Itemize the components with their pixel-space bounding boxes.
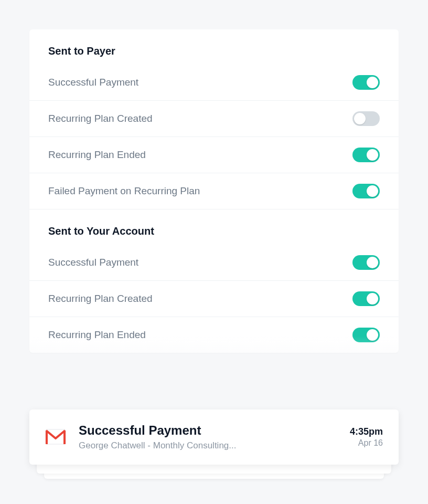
email-preview-stack: Successful Payment George Chatwell - Mon… xyxy=(29,410,399,465)
section-title-sent-to-payer: Sent to Payer xyxy=(29,29,399,65)
setting-row-payer-recurring-created: Recurring Plan Created xyxy=(29,101,399,137)
setting-row-payer-successful-payment: Successful Payment xyxy=(29,65,399,101)
email-title: Successful Payment xyxy=(79,423,341,438)
setting-row-account-successful-payment: Successful Payment xyxy=(29,245,399,281)
email-date: Apr 16 xyxy=(350,438,383,448)
toggle-account-recurring-ended[interactable] xyxy=(352,328,380,342)
section-title-sent-to-account: Sent to Your Account xyxy=(29,209,399,245)
svg-rect-1 xyxy=(46,430,48,444)
toggle-payer-failed-payment[interactable] xyxy=(352,184,380,198)
toggle-payer-successful-payment[interactable] xyxy=(352,75,380,90)
email-body: Successful Payment George Chatwell - Mon… xyxy=(79,423,341,451)
notification-settings-card: Sent to Payer Successful Payment Recurri… xyxy=(29,29,399,353)
setting-label: Successful Payment xyxy=(48,257,138,268)
toggle-payer-recurring-created[interactable] xyxy=(352,111,380,126)
setting-row-payer-failed-payment: Failed Payment on Recurring Plan xyxy=(29,173,399,209)
setting-row-account-recurring-ended: Recurring Plan Ended xyxy=(29,317,399,353)
toggle-account-successful-payment[interactable] xyxy=(352,255,380,270)
setting-label: Successful Payment xyxy=(48,77,138,88)
toggle-account-recurring-created[interactable] xyxy=(352,291,380,306)
setting-label: Recurring Plan Created xyxy=(48,293,153,304)
svg-rect-2 xyxy=(63,430,66,444)
email-preview-card[interactable]: Successful Payment George Chatwell - Mon… xyxy=(29,410,399,465)
email-meta: 4:35pm Apr 16 xyxy=(350,426,383,448)
email-time: 4:35pm xyxy=(350,426,383,437)
setting-row-account-recurring-created: Recurring Plan Created xyxy=(29,281,399,317)
setting-row-payer-recurring-ended: Recurring Plan Ended xyxy=(29,137,399,173)
setting-label: Failed Payment on Recurring Plan xyxy=(48,185,200,197)
setting-label: Recurring Plan Ended xyxy=(48,329,146,341)
setting-label: Recurring Plan Created xyxy=(48,113,153,124)
email-subtitle: George Chatwell - Monthly Consulting... xyxy=(79,440,341,451)
setting-label: Recurring Plan Ended xyxy=(48,149,146,161)
toggle-payer-recurring-ended[interactable] xyxy=(352,148,380,162)
gmail-icon xyxy=(45,429,66,445)
